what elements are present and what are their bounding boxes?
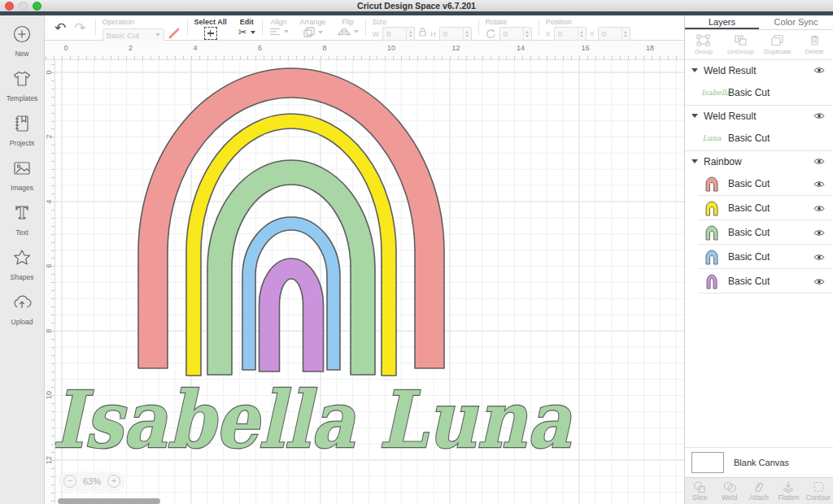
layer-actions: Group UnGroup Duplicate Delete	[685, 30, 833, 60]
chevron-down-icon[interactable]	[691, 114, 698, 118]
layer-thumbnail-arch	[701, 199, 722, 217]
layer-thumbnail-arch	[701, 175, 722, 193]
sidebar-item-projects[interactable]: Projects	[0, 113, 44, 147]
attach-button[interactable]: Attach	[744, 480, 774, 502]
chevron-down-icon[interactable]	[691, 68, 698, 72]
sidebar-item-label: Text	[15, 228, 28, 237]
visibility-eye-icon[interactable]	[813, 229, 825, 237]
images-icon	[11, 158, 33, 182]
weld-button[interactable]: Weld	[714, 480, 744, 502]
layer-group-rainbow[interactable]: Rainbow	[685, 150, 833, 172]
ruler-tick-label: 8	[323, 44, 327, 52]
horizontal-scrollbar-thumb[interactable]	[58, 498, 160, 504]
align-label: Align	[271, 18, 287, 26]
rotate-icon	[486, 28, 496, 39]
contour-button[interactable]: Contour	[804, 480, 833, 502]
ungroup-button[interactable]: UnGroup	[722, 34, 760, 55]
delete-button[interactable]: Delete	[796, 34, 833, 55]
design-text[interactable]: Isabella Luna	[55, 374, 573, 466]
slice-button[interactable]: Slice	[685, 480, 714, 502]
sidebar-item-label: New	[15, 50, 28, 58]
layer-tools-bar: Slice Weld Attach Flatten Contour	[685, 477, 833, 504]
chevron-down-icon[interactable]	[691, 159, 698, 163]
layer-row-isabella[interactable]: Isabella Basic Cut	[685, 80, 833, 105]
sidebar-item-images[interactable]: Images	[0, 158, 44, 192]
operation-select[interactable]: Basic Cut	[102, 28, 164, 42]
sidebar-item-templates[interactable]: Templates	[0, 68, 44, 102]
align-group[interactable]: Align	[264, 15, 294, 40]
layer-row-arc-yellow[interactable]: Basic Cut	[685, 196, 833, 220]
edit-group[interactable]: Edit ✂	[233, 15, 261, 40]
group-button[interactable]: Group	[685, 34, 722, 55]
canvas-footer: Blank Canvas	[685, 447, 833, 477]
upload-icon	[11, 292, 33, 316]
layer-row-arc-purple[interactable]: Basic Cut	[685, 269, 833, 293]
layer-row-arc-blue[interactable]: Basic Cut	[685, 245, 833, 269]
visibility-eye-icon[interactable]	[813, 158, 825, 165]
slice-icon	[692, 480, 707, 493]
visibility-eye-icon[interactable]	[813, 278, 825, 285]
ruler-tick-label: 10	[45, 389, 53, 401]
height-stepper[interactable]	[463, 28, 471, 40]
y-axis-label: Y	[590, 30, 595, 38]
visibility-eye-icon[interactable]	[813, 254, 825, 261]
tab-layers[interactable]: Layers	[685, 15, 759, 29]
operation-group: Operation Basic Cut	[97, 15, 186, 40]
rotate-group: Rotate 0	[480, 15, 538, 40]
lock-icon[interactable]	[418, 27, 427, 37]
zoom-in-button[interactable]: +	[107, 475, 120, 488]
zoom-control: − 63% +	[59, 471, 125, 491]
arrange-group[interactable]: Arrange	[294, 15, 332, 40]
sidebar-item-shapes[interactable]: Shapes	[0, 247, 44, 281]
layer-group-weld-result-1[interactable]: Weld Result	[685, 60, 833, 80]
rotate-stepper[interactable]	[523, 28, 531, 40]
height-axis-label: H	[430, 30, 436, 38]
layer-thumbnail-arch	[701, 224, 722, 241]
design-artwork[interactable]: Isabella Luna	[55, 60, 684, 504]
position-x-input[interactable]: 0	[554, 27, 587, 41]
attach-icon	[752, 480, 766, 493]
width-stepper[interactable]	[406, 28, 414, 40]
rotate-input[interactable]: 0	[499, 27, 532, 41]
undo-button[interactable]: ↶	[55, 21, 66, 35]
layer-row-arc-red[interactable]: Basic Cut	[685, 172, 833, 196]
layer-row-luna[interactable]: Luna Basic Cut	[685, 126, 833, 150]
visibility-eye-icon[interactable]	[813, 112, 825, 119]
titlebar: Cricut Design Space v6.7.201	[0, 0, 833, 12]
height-input[interactable]: 0	[439, 27, 472, 41]
ruler-tick-label: 6	[45, 260, 53, 272]
layer-thumbnail-arch	[701, 248, 722, 266]
sidebar-item-text[interactable]: T Text	[0, 202, 44, 237]
layer-thumbnail-arch	[701, 272, 722, 290]
position-y-stepper[interactable]	[621, 28, 630, 40]
ruler-tick-label: 16	[582, 44, 590, 52]
visibility-eye-icon[interactable]	[813, 67, 825, 74]
sidebar-item-label: Templates	[7, 94, 38, 102]
contour-icon	[811, 480, 826, 493]
sidebar-item-upload[interactable]: Upload	[0, 292, 44, 326]
width-input[interactable]: 0	[382, 27, 415, 41]
visibility-eye-icon[interactable]	[813, 205, 825, 212]
flip-group[interactable]: Flip	[332, 15, 364, 40]
canvas-grid[interactable]: Isabella Luna − 63% +	[55, 60, 684, 504]
sidebar-item-new[interactable]: New	[0, 24, 44, 58]
rainbow-arc-purple[interactable]	[259, 259, 324, 371]
position-x-stepper[interactable]	[578, 28, 586, 40]
position-y-input[interactable]: 0	[598, 27, 630, 41]
duplicate-button[interactable]: Duplicate	[759, 34, 796, 55]
flatten-button[interactable]: Flatten	[774, 480, 803, 502]
select-all-group[interactable]: Select All	[189, 15, 233, 40]
tab-color-sync[interactable]: Color Sync	[759, 15, 833, 29]
select-all-icon	[204, 27, 217, 40]
ruler-tick-label: 8	[45, 325, 53, 337]
zoom-out-button[interactable]: −	[63, 475, 76, 488]
layer-group-weld-result-2[interactable]: Weld Result	[685, 105, 833, 126]
chevron-down-icon	[155, 33, 160, 37]
layer-row-arc-green[interactable]: Basic Cut	[685, 220, 833, 245]
blank-canvas-swatch[interactable]	[691, 452, 724, 473]
blank-canvas-label: Blank Canvas	[734, 458, 789, 467]
edit-label: Edit	[240, 18, 254, 26]
visibility-eye-icon[interactable]	[813, 180, 825, 188]
redo-button[interactable]: ↷	[74, 21, 85, 35]
rainbow-arc-blue[interactable]	[242, 217, 340, 370]
